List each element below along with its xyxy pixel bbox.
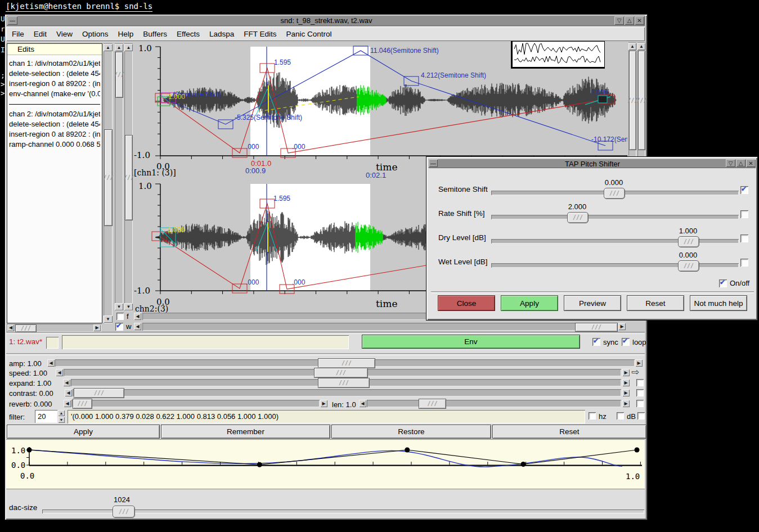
dialog-preview-button[interactable]: Preview <box>564 295 621 311</box>
sound-name-label[interactable]: 1: t2.wav* <box>9 337 42 346</box>
reverb-checkbox[interactable] <box>636 400 644 407</box>
edits-header[interactable]: Edits <box>7 44 102 55</box>
edits-hscroll-thumb[interactable] <box>15 324 37 332</box>
dialog-window-menu-icon[interactable]: — <box>429 159 438 167</box>
dialog-help-button[interactable]: Not much help <box>690 295 747 311</box>
minibuffer-field[interactable] <box>62 335 349 349</box>
semitone-shift-checkbox[interactable] <box>740 186 748 194</box>
menu-file[interactable]: File <box>12 30 24 38</box>
filter-order-field[interactable]: 20 <box>35 410 57 423</box>
filter-order-up-icon[interactable]: ▲ <box>58 410 65 416</box>
reverb-slider[interactable] <box>71 400 320 407</box>
dry-level-checkbox[interactable] <box>740 235 748 242</box>
edit-list-item[interactable]: insert-region 0 at 89202 : (in <box>9 79 100 89</box>
env-button[interactable]: Env <box>362 335 580 349</box>
len-slider-thumb[interactable] <box>419 399 446 409</box>
menu-ladspa[interactable]: Ladspa <box>209 30 234 38</box>
fft-inset-thumbnail[interactable] <box>511 41 605 69</box>
len-right-arrow-icon[interactable]: ▶ <box>622 400 630 407</box>
scroll-left-icon[interactable]: ◀ <box>134 323 141 330</box>
rate-shift-slider[interactable] <box>491 215 739 219</box>
wave-position-scrollbar[interactable] <box>142 323 617 331</box>
dac-size-thumb[interactable] <box>113 506 135 518</box>
filter-db-checkbox[interactable] <box>617 412 624 420</box>
scroll-up-icon[interactable]: ▲ <box>104 44 113 51</box>
right-vscroll-a-thumb[interactable] <box>629 51 636 150</box>
edit-list-item[interactable]: ramp-channel 0.000 0.068 5 <box>9 139 100 150</box>
close-icon[interactable]: ✕ <box>635 16 644 25</box>
right-vscroll-b-thumb[interactable] <box>638 51 645 150</box>
apply-button[interactable]: Apply <box>7 425 160 439</box>
speed-direction-icon[interactable]: ⇨ <box>631 366 639 378</box>
expand-left-arrow-icon[interactable]: ◀ <box>63 379 70 386</box>
wet-level-checkbox[interactable] <box>740 259 748 267</box>
scroll-down-icon[interactable]: ▼ <box>115 303 123 310</box>
menu-effects[interactable]: Effects <box>177 30 200 38</box>
envelope-editor[interactable] <box>5 439 646 489</box>
len-slider[interactable] <box>367 400 621 407</box>
contrast-checkbox[interactable] <box>636 389 644 396</box>
dialog-reset-button[interactable]: Reset <box>627 295 684 311</box>
shade-icon[interactable]: ▽ <box>614 16 624 25</box>
expand-slider-thumb[interactable] <box>318 378 370 388</box>
edit-list-item[interactable]: chan 2: /div/notam02/u1/kjet <box>9 109 100 119</box>
expand-right-arrow-icon[interactable]: ▶ <box>622 379 630 386</box>
contrast-slider-thumb[interactable] <box>74 388 124 398</box>
onoff-checkbox[interactable] <box>719 279 727 287</box>
scroll-down-icon[interactable]: ▼ <box>124 303 133 310</box>
dialog-shade-icon[interactable]: ▽ <box>726 159 735 167</box>
reverb-slider-thumb[interactable] <box>73 399 92 409</box>
menu-options[interactable]: Options <box>82 30 109 38</box>
sync-checkbox[interactable] <box>592 338 600 346</box>
menu-fft-edits[interactable]: FFT Edits <box>244 30 276 38</box>
contrast-right-arrow-icon[interactable]: ▶ <box>622 389 630 396</box>
scroll-right-icon[interactable]: ▶ <box>93 324 101 331</box>
reverb-right-arrow-icon[interactable]: ▶ <box>320 400 327 407</box>
dialog-close-icon[interactable]: ✕ <box>746 159 756 167</box>
zoom-b-thumb[interactable] <box>125 135 133 220</box>
restore-button[interactable]: Restore <box>331 425 491 439</box>
contrast-slider[interactable] <box>73 389 621 396</box>
filter-order-down-icon[interactable]: ▼ <box>58 417 65 423</box>
speed-left-arrow-icon[interactable]: ◀ <box>56 369 63 376</box>
menu-buffers[interactable]: Buffers <box>143 30 167 38</box>
contrast-left-arrow-icon[interactable]: ◀ <box>65 389 72 396</box>
maximize-icon[interactable]: △ <box>625 16 634 25</box>
menu-panic-control[interactable]: Panic Control <box>286 30 331 38</box>
remember-button[interactable]: Remember <box>161 425 330 439</box>
scroll-left-icon[interactable]: ◀ <box>134 313 141 320</box>
menu-view[interactable]: View <box>56 30 73 38</box>
speed-slider-thumb[interactable] <box>314 368 368 378</box>
scroll-right-icon[interactable]: ▶ <box>618 323 626 330</box>
scroll-up-icon[interactable]: ▲ <box>115 44 123 51</box>
expand-checkbox[interactable] <box>636 379 644 386</box>
reset-button[interactable]: Reset <box>492 425 646 439</box>
wave-position-thumb[interactable] <box>575 323 618 332</box>
semitone-shift-thumb[interactable] <box>604 188 625 199</box>
edit-list-item[interactable]: env-channel (make-env '(0.0 <box>9 89 100 99</box>
scroll-up-icon[interactable]: ▲ <box>124 44 133 51</box>
edit-list-item[interactable]: insert-region 0 at 89202 : (in <box>9 129 100 139</box>
filter-hz-checkbox[interactable] <box>589 412 596 420</box>
dialog-apply-button[interactable]: Apply <box>501 295 558 311</box>
dialog-maximize-icon[interactable]: △ <box>736 159 745 167</box>
filter-envelope-field[interactable]: '(0.000 1.000 0.379 0.028 0.622 1.000 0.… <box>68 410 585 423</box>
menu-edit[interactable]: Edit <box>34 30 47 38</box>
zoom-a-thumb[interactable] <box>115 52 123 98</box>
dialog-close-button[interactable]: Close <box>438 295 495 311</box>
menu-help[interactable]: Help <box>118 30 134 38</box>
reverb-left-arrow-icon[interactable]: ◀ <box>64 400 71 407</box>
window-menu-icon[interactable]: — <box>7 16 17 25</box>
edit-list-item[interactable]: delete-selection : (delete 454 <box>9 119 100 129</box>
amp-slider-thumb[interactable] <box>318 358 375 368</box>
rate-shift-checkbox[interactable] <box>740 210 748 218</box>
filter-extra-checkbox[interactable] <box>637 412 645 420</box>
scroll-up-icon[interactable]: ▲ <box>628 43 636 50</box>
speed-right-arrow-icon[interactable]: ▶ <box>622 369 630 376</box>
dry-level-thumb[interactable] <box>678 236 699 247</box>
scroll-left-icon[interactable]: ◀ <box>7 324 14 331</box>
edit-list-item[interactable]: chan 1: /div/notam02/u1/kjet <box>9 58 100 69</box>
fft-toggle-checkbox[interactable] <box>116 313 124 320</box>
wet-level-thumb[interactable] <box>678 260 699 272</box>
edit-list-item[interactable]: delete-selection : (delete 454 <box>9 69 100 79</box>
